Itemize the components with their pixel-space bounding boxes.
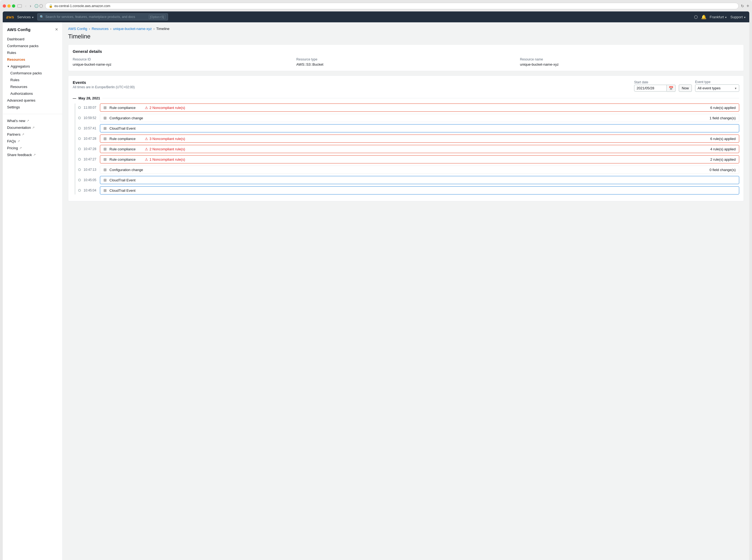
sidebar-item-aggregators[interactable]: ▼ Aggregators bbox=[3, 63, 62, 70]
sidebar-divider bbox=[3, 114, 62, 114]
noncompliant-warning: ⚠ 2 Noncompliant rule(s) bbox=[145, 147, 708, 151]
event-type-label: CloudTrail Event bbox=[109, 178, 142, 182]
sidebar-toggle-button[interactable] bbox=[17, 4, 22, 7]
services-menu-button[interactable]: Services bbox=[17, 15, 34, 19]
timeline-time: 10:47:28 bbox=[84, 137, 100, 141]
sidebar-item-agg-resources[interactable]: Resources bbox=[3, 83, 62, 90]
terminal-icon[interactable]: ⬡ bbox=[694, 15, 698, 20]
start-date-control: Start date 📅 bbox=[634, 80, 675, 92]
timeline-dot bbox=[78, 168, 81, 171]
region-button[interactable]: Frankfurt bbox=[710, 15, 727, 19]
timeline-event-config-change[interactable]: ⊞ Configuration change 0 field change(s) bbox=[100, 166, 739, 174]
events-controls: Start date 📅 Now Event type bbox=[634, 80, 739, 92]
event-type-control: Event type All event types Configuration… bbox=[695, 80, 739, 92]
global-search-bar[interactable]: 🔍 Search for services, features, marketp… bbox=[37, 13, 168, 20]
sidebar-item-share-feedback[interactable]: Share feedback ↗ bbox=[3, 152, 62, 158]
timeline-event-cloudtrail[interactable]: ⊞ CloudTrail Event bbox=[100, 124, 739, 133]
event-type-select[interactable]: All event types Configuration change Rul… bbox=[695, 84, 739, 92]
external-link-icon: ↗ bbox=[33, 153, 36, 157]
breadcrumb-sep-2: › bbox=[110, 27, 111, 31]
sidebar-title: AWS Config bbox=[7, 27, 31, 32]
url-text: eu-central-1.console.aws.amazon.com bbox=[55, 4, 110, 8]
event-type-select-wrapper: All event types Configuration change Rul… bbox=[695, 84, 739, 92]
topnav-right: ⬡ 🔔 Frankfurt Support bbox=[694, 15, 746, 20]
noncompliant-warning: ⚠ 3 Noncompliant rule(s) bbox=[145, 137, 708, 141]
resource-type-value: AWS::S3::Bucket bbox=[296, 62, 515, 66]
maximize-button[interactable] bbox=[12, 4, 15, 7]
minimize-button[interactable] bbox=[7, 4, 11, 7]
timeline-dot bbox=[78, 158, 81, 161]
documentation-label: Documentation bbox=[7, 125, 31, 129]
timeline-dot bbox=[78, 137, 81, 140]
details-grid: Resource ID unique-bucket-name-xyz Resou… bbox=[73, 58, 739, 66]
bell-icon[interactable]: 🔔 bbox=[701, 15, 707, 20]
sidebar-item-agg-rules[interactable]: Rules bbox=[3, 77, 62, 83]
timeline-event-config-change[interactable]: ⊞ Configuration change 1 field change(s) bbox=[100, 114, 739, 122]
warning-triangle-icon: ⚠ bbox=[145, 147, 148, 151]
events-title-area: Events All times are in Europe/Berlin (U… bbox=[73, 80, 630, 89]
timeline-item: 10:57:41 ⊞ CloudTrail Event bbox=[78, 124, 739, 133]
event-type-label: CloudTrail Event bbox=[109, 188, 142, 193]
browser-toolbar: ‹ › i 🔒 eu-central-1.console.aws.amazon.… bbox=[3, 3, 749, 9]
back-button[interactable]: ‹ bbox=[24, 3, 27, 9]
calendar-button[interactable]: 📅 bbox=[667, 85, 675, 92]
timeline-dot bbox=[78, 179, 81, 181]
timeline-event-rule-compliance[interactable]: ⊞ Rule compliance ⚠ 1 Noncompliant rule(… bbox=[100, 155, 739, 163]
resource-type-label: Resource type bbox=[296, 58, 515, 61]
now-button[interactable]: Now bbox=[679, 84, 692, 92]
sidebar-item-documentation[interactable]: Documentation ↗ bbox=[3, 124, 62, 131]
sidebar-item-agg-conformance-packs[interactable]: Conformance packs bbox=[3, 70, 62, 77]
timeline-event-rule-compliance[interactable]: ⊞ Rule compliance ⚠ 3 Noncompliant rule(… bbox=[100, 135, 739, 143]
new-tab-button[interactable]: + bbox=[746, 3, 749, 9]
sidebar-item-conformance-packs[interactable]: Conformance packs bbox=[3, 42, 62, 49]
timeline-date-text: May 28, 2021 bbox=[78, 96, 100, 100]
resource-id-label: Resource ID bbox=[73, 58, 292, 61]
breadcrumb-resources[interactable]: Resources bbox=[92, 27, 109, 31]
sidebar-item-pricing[interactable]: Pricing ↗ bbox=[3, 145, 62, 152]
close-button[interactable] bbox=[3, 4, 6, 7]
timeline-date-divider-left: — bbox=[73, 96, 76, 100]
timeline-event-cloudtrail[interactable]: ⊞ CloudTrail Event bbox=[100, 176, 739, 184]
timeline-event-rule-compliance[interactable]: ⊞ Rule compliance ⚠ 2 Noncompliant rule(… bbox=[100, 145, 739, 153]
sidebar-item-rules[interactable]: Rules bbox=[3, 49, 62, 56]
timeline-dot bbox=[78, 106, 81, 109]
timeline-event-rule-compliance[interactable]: ⊞ Rule compliance ⚠ 2 Noncompliant rule(… bbox=[100, 103, 739, 112]
sidebar-item-settings[interactable]: Settings bbox=[3, 104, 62, 111]
event-meta: 1 field change(s) bbox=[710, 116, 736, 120]
breadcrumb-bucket-name[interactable]: unique-bucket-name-xyz bbox=[113, 27, 151, 31]
sidebar-item-advanced-queries[interactable]: Advanced queries bbox=[3, 97, 62, 104]
timeline-event-cloudtrail[interactable]: ⊞ CloudTrail Event bbox=[100, 186, 739, 195]
sidebar-item-dashboard[interactable]: Dashboard bbox=[3, 36, 62, 42]
timeline-item: 11:00:07 ⊞ Rule compliance ⚠ 2 Noncompli… bbox=[78, 103, 739, 112]
svg-text:i: i bbox=[36, 5, 37, 7]
breadcrumb-aws-config[interactable]: AWS Config bbox=[68, 27, 87, 31]
noncompliant-warning: ⚠ 1 Noncompliant rule(s) bbox=[145, 157, 708, 161]
general-details-title: General details bbox=[73, 49, 739, 54]
external-link-icon: ↗ bbox=[17, 139, 20, 143]
timeline-time: 11:00:07 bbox=[84, 106, 100, 109]
reload-button[interactable]: ↻ bbox=[741, 4, 744, 8]
sidebar-item-agg-authorizations[interactable]: Authorizations bbox=[3, 90, 62, 97]
sidebar-item-whats-new[interactable]: What's new ↗ bbox=[3, 117, 62, 124]
page-title: Timeline bbox=[68, 33, 744, 40]
event-type-icon: ⊞ bbox=[103, 137, 107, 141]
main-content: AWS Config › Resources › unique-bucket-n… bbox=[63, 22, 749, 560]
event-meta: 2 rule(s) applied bbox=[710, 157, 736, 161]
search-shortcut: [Option+S] bbox=[149, 15, 165, 19]
sidebar-item-resources[interactable]: Resources bbox=[3, 56, 62, 63]
sidebar-item-partners[interactable]: Partners ↗ bbox=[3, 131, 62, 138]
timeline-time: 10:47:13 bbox=[84, 168, 100, 172]
forward-button[interactable]: › bbox=[28, 3, 32, 9]
timeline-time: 10:47:27 bbox=[84, 157, 100, 161]
general-details-card: General details Resource ID unique-bucke… bbox=[68, 44, 744, 71]
event-type-icon: ⊞ bbox=[103, 116, 107, 120]
sidebar-item-faqs[interactable]: FAQs ↗ bbox=[3, 138, 62, 145]
start-date-input[interactable] bbox=[634, 85, 667, 92]
breadcrumb: AWS Config › Resources › unique-bucket-n… bbox=[68, 27, 744, 31]
sidebar-close-button[interactable]: × bbox=[55, 27, 58, 33]
timeline-time: 10:45:05 bbox=[84, 178, 100, 182]
event-type-label: Rule compliance bbox=[109, 147, 142, 151]
support-menu-button[interactable]: Support bbox=[731, 15, 746, 19]
address-bar[interactable]: 🔒 eu-central-1.console.aws.amazon.com bbox=[45, 3, 739, 9]
sidebar-header: AWS Config × bbox=[3, 27, 62, 36]
